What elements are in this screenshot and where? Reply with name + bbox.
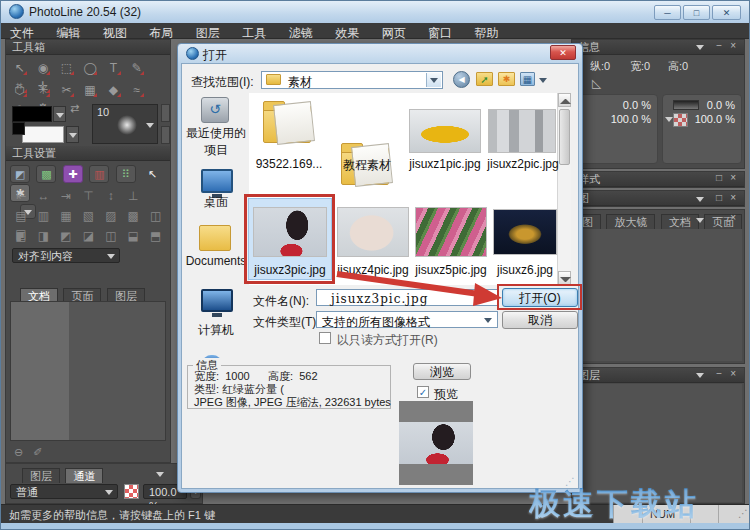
- tab-magnifier[interactable]: 放大镜: [606, 214, 655, 229]
- views-chevron-icon[interactable]: [539, 78, 547, 83]
- smudge-tool-icon[interactable]: ≈: [127, 83, 146, 97]
- tab-layers[interactable]: 图层: [22, 468, 60, 483]
- transparency-checker-icon[interactable]: [124, 484, 139, 499]
- grid-snap-icon[interactable]: ▩: [36, 165, 56, 183]
- computer-icon[interactable]: [201, 289, 233, 317]
- preview-checkbox[interactable]: ✓: [417, 386, 429, 398]
- toolbox-panel-header[interactable]: 工具箱: [6, 40, 170, 55]
- panel-restore-icon[interactable]: □: [716, 192, 722, 203]
- align-bottom-icon[interactable]: ⊥: [124, 189, 142, 203]
- align-obj-icon[interactable]: ◫: [147, 209, 165, 223]
- foreground-color-dropdown[interactable]: [53, 106, 66, 122]
- align-obj-icon[interactable]: ▦: [57, 209, 75, 223]
- browse-button[interactable]: 浏览: [413, 363, 471, 380]
- gradient-swatch-icon[interactable]: [673, 100, 699, 110]
- tab-page-nav[interactable]: 页面: [704, 214, 742, 229]
- align-left-icon[interactable]: ⇤: [12, 189, 30, 203]
- place-documents[interactable]: Documents: [181, 254, 251, 268]
- panel-menu-chevron-icon[interactable]: [156, 472, 164, 477]
- panel-menu-chevron-icon[interactable]: [696, 373, 704, 378]
- distribute-icon[interactable]: ◨: [34, 229, 52, 243]
- readonly-checkbox[interactable]: [319, 332, 331, 344]
- panel-close-icon[interactable]: ×: [730, 192, 736, 203]
- edit-icon[interactable]: ✐: [33, 446, 52, 458]
- distribute-icon[interactable]: ◧: [12, 229, 30, 243]
- align-right-icon[interactable]: ⇥: [57, 189, 75, 203]
- cursor-icon[interactable]: ↖: [142, 165, 162, 183]
- tool-settings-panel-header[interactable]: 工具设置: [6, 146, 170, 161]
- image-thumbnail[interactable]: [415, 207, 487, 257]
- file-label[interactable]: jisuxz6.jpg: [487, 263, 563, 277]
- polygon-tool-icon[interactable]: ⬡: [10, 83, 29, 97]
- file-label[interactable]: 教程素材: [329, 157, 405, 174]
- tab-document-nav[interactable]: 文档: [661, 214, 699, 229]
- cancel-button[interactable]: 取消: [502, 311, 578, 329]
- recent-items-icon[interactable]: ↺: [201, 97, 229, 123]
- subtract-mode-icon[interactable]: ▥: [89, 165, 109, 183]
- up-one-level-icon[interactable]: ➚: [476, 72, 493, 86]
- image-thumbnail[interactable]: [488, 109, 556, 153]
- file-type-select[interactable]: 支持的所有图像格式: [316, 311, 498, 328]
- pattern-tool-icon[interactable]: ▦: [80, 83, 99, 97]
- shape-tool-icon[interactable]: ◆: [104, 83, 123, 97]
- align-center-h-icon[interactable]: ↔: [34, 189, 52, 203]
- align-top-icon[interactable]: ⊤: [79, 189, 97, 203]
- place-computer[interactable]: 计算机: [185, 322, 247, 339]
- distribute-icon[interactable]: ⬒: [147, 229, 165, 243]
- background-color-dropdown[interactable]: [66, 126, 79, 143]
- blend-mode-select[interactable]: 普通: [10, 484, 118, 499]
- magic-wand-tool-icon[interactable]: ✳: [33, 83, 52, 97]
- file-label[interactable]: jisuxz1pic.jpg: [405, 157, 485, 171]
- brush-preview[interactable]: 10: [92, 104, 158, 144]
- pen-tool-icon[interactable]: ✎: [127, 61, 146, 75]
- minimize-button[interactable]: ─: [654, 5, 681, 20]
- tab-channels[interactable]: 通道: [65, 468, 103, 483]
- panel-menu-chevron-icon[interactable]: [696, 218, 704, 223]
- pointer-tool-icon[interactable]: ↖: [10, 61, 29, 75]
- place-desktop[interactable]: 桌面: [185, 194, 247, 211]
- file-name-input[interactable]: jisuxz3pic.jpg: [316, 289, 498, 306]
- distribute-icon[interactable]: ◪: [79, 229, 97, 243]
- image-thumbnail[interactable]: [409, 109, 481, 153]
- knife-tool-icon[interactable]: ✂: [57, 83, 76, 97]
- folder-thumbnail[interactable]: [263, 101, 315, 143]
- panel-side-button-1[interactable]: [161, 104, 170, 122]
- panel-side-button-2[interactable]: [161, 126, 170, 144]
- panel-close-icon[interactable]: ×: [730, 368, 736, 379]
- file-label[interactable]: jisuxz4pic.jpg: [333, 263, 413, 277]
- distribute-icon[interactable]: ◩: [57, 229, 75, 243]
- close-button[interactable]: ✕: [712, 5, 741, 20]
- distribute-icon[interactable]: ◫: [102, 229, 120, 243]
- align-obj-icon[interactable]: ▤: [12, 209, 30, 223]
- file-name-dropdown-icon[interactable]: [484, 296, 492, 301]
- lasso-tool-icon[interactable]: ◉: [33, 61, 52, 75]
- align-obj-icon[interactable]: ▨: [102, 209, 120, 223]
- file-list-scrollbar[interactable]: [557, 93, 571, 285]
- panel-menu-chevron-icon[interactable]: [696, 197, 704, 202]
- file-label[interactable]: jisuxz2pic.jpg: [483, 157, 563, 171]
- file-type-dropdown-icon[interactable]: [484, 318, 492, 323]
- panel-restore-icon[interactable]: □: [716, 172, 722, 183]
- file-label[interactable]: jisuxz5pic.jpg: [411, 263, 491, 277]
- snap-settings-icon[interactable]: ◩: [10, 165, 30, 183]
- marquee-tool-icon[interactable]: ⬚: [57, 61, 76, 75]
- scroll-up-button[interactable]: [558, 93, 571, 107]
- documents-folder-icon[interactable]: [199, 225, 231, 251]
- background-color-swatch[interactable]: [22, 126, 64, 143]
- small-foreground-swatch[interactable]: [12, 122, 25, 135]
- pattern-swatch-icon[interactable]: [673, 113, 688, 127]
- align-obj-icon[interactable]: ▧: [79, 209, 97, 223]
- swap-colors-icon[interactable]: ⇄: [70, 102, 79, 115]
- image-thumbnail[interactable]: [493, 209, 557, 255]
- panel-minimize-icon[interactable]: −: [716, 212, 722, 223]
- window-resize-grip[interactable]: ⋰: [738, 508, 748, 519]
- panel-close-icon[interactable]: ×: [730, 172, 736, 183]
- look-in-combobox[interactable]: 素材: [261, 71, 443, 89]
- maximize-button[interactable]: □: [683, 5, 710, 20]
- distribute-icon[interactable]: ⠿: [116, 165, 136, 183]
- align-obj-icon[interactable]: ▥: [34, 209, 52, 223]
- align-to-select[interactable]: 对齐到内容: [12, 248, 120, 263]
- text-tool-icon[interactable]: T: [104, 61, 123, 75]
- foreground-color-swatch[interactable]: [12, 106, 52, 122]
- file-label[interactable]: 93522.169...: [251, 157, 327, 171]
